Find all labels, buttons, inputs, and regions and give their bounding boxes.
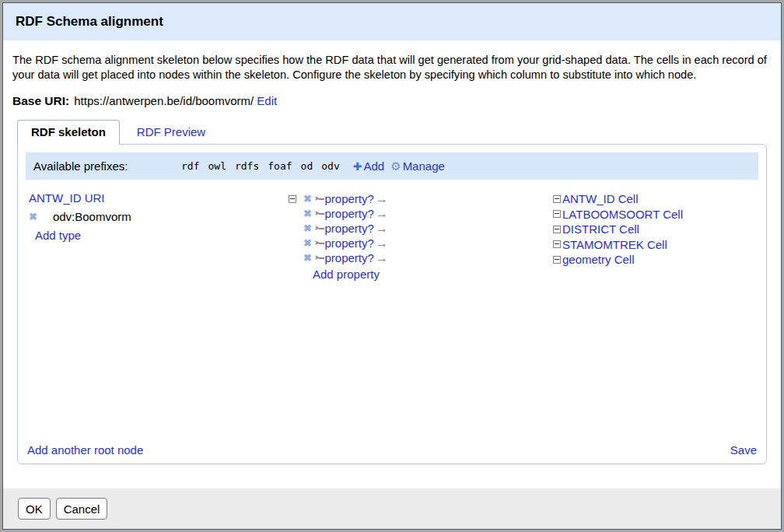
save-link[interactable]: Save	[730, 443, 757, 457]
prefix-item: odv	[321, 160, 339, 172]
prefix-item: rdfs	[235, 160, 259, 172]
description-text: The RDF schema alignment skeleton below …	[12, 53, 772, 82]
collapse-box-minus-icon[interactable]	[553, 240, 561, 248]
base-uri-value: https://antwerpen.be/id/boomvorm/	[74, 94, 254, 107]
property-row: ✖ ➤ property? →	[289, 236, 553, 250]
arrow-dash	[319, 257, 324, 259]
base-uri-row: Base URI:https://antwerpen.be/id/boomvor…	[12, 94, 772, 108]
cell-node-link[interactable]: LATBOOMSOORT Cell	[562, 208, 683, 221]
prefix-item: foaf	[268, 160, 292, 172]
dialog-frame: RDF Schema alignment The RDF schema alig…	[0, 0, 784, 532]
base-uri-label: Base URI:	[12, 94, 69, 107]
skeleton-tree: ANTW_ID URI ✖ odv:Boomvorm Add type ✖ ➤ …	[27, 191, 758, 281]
root-type-label: odv:Boomvorm	[53, 210, 131, 223]
root-type-row: ✖ odv:Boomvorm	[29, 210, 289, 223]
prefix-item: owl	[208, 160, 226, 172]
prefix-item: od	[301, 160, 313, 172]
property-row: ✖ ➤ property? →	[289, 206, 553, 221]
dialog-title: RDF Schema alignment	[16, 14, 163, 30]
properties-column: ✖ ➤ property? → ✖ ➤ property? →	[289, 191, 553, 281]
collapse-box-minus-icon[interactable]	[553, 226, 561, 233]
property-link[interactable]: property?	[324, 192, 373, 205]
tab-bar: RDF skeleton RDF Preview	[17, 120, 773, 144]
collapse-box-minus-icon[interactable]	[553, 210, 561, 218]
prefix-item: rdf	[181, 160, 199, 172]
add-root-node-link[interactable]: Add another root node	[27, 443, 143, 457]
property-row: ✖ ➤ property? →	[289, 221, 553, 236]
cell-node-row: STAMOMTREK Cell	[553, 237, 758, 253]
dialog-titlebar: RDF Schema alignment	[3, 3, 781, 40]
rdf-skeleton-panel: Available prefixes: rdf owl rdfs foaf od…	[17, 144, 767, 464]
arrow-dash	[319, 228, 324, 229]
plus-icon: ✚	[353, 160, 362, 173]
collapse-box-minus-icon[interactable]	[553, 256, 561, 264]
property-row: ✖ ➤ property? →	[289, 191, 553, 206]
cancel-button[interactable]: Cancel	[56, 498, 108, 520]
delete-property-x-icon[interactable]: ✖	[303, 223, 312, 233]
delete-property-x-icon[interactable]: ✖	[303, 194, 312, 204]
root-node-link[interactable]: ANTW_ID URI	[29, 191, 105, 205]
add-prefix-label: Add	[363, 159, 384, 173]
cell-node-link[interactable]: ANTW_ID Cell	[562, 192, 639, 205]
arrow-head-icon: →	[376, 193, 388, 205]
property-row: ✖ ➤ property? →	[289, 250, 553, 265]
property-link[interactable]: property?	[324, 222, 373, 235]
available-prefixes-label: Available prefixes:	[33, 159, 181, 173]
cell-nodes-column: ANTW_ID Cell LATBOOMSOORT Cell DISTRICT …	[553, 191, 758, 281]
cell-node-link[interactable]: STAMOMTREK Cell	[562, 238, 667, 251]
tab-rdf-skeleton[interactable]: RDF skeleton	[17, 120, 120, 145]
rdf-schema-dialog: RDF Schema alignment The RDF schema alig…	[3, 3, 781, 529]
collapse-box-minus-icon[interactable]	[289, 195, 296, 203]
arrow-head-icon: →	[376, 237, 388, 250]
add-property-link[interactable]: Add property	[313, 268, 380, 281]
collapse-box-minus-icon[interactable]	[553, 195, 561, 203]
cell-node-row: geometry Cell	[553, 252, 758, 268]
edit-base-uri-link[interactable]: Edit	[257, 94, 277, 107]
root-node-column: ANTW_ID URI ✖ odv:Boomvorm Add type	[27, 191, 289, 281]
cell-node-row: LATBOOMSOORT Cell	[553, 207, 758, 222]
cell-node-row: ANTW_ID Cell	[553, 191, 758, 207]
manage-prefixes-label: Manage	[403, 159, 445, 173]
cell-node-row: DISTRICT Cell	[553, 222, 758, 237]
gear-icon: ⚙	[390, 159, 401, 173]
delete-property-x-icon[interactable]: ✖	[303, 253, 312, 263]
delete-property-x-icon[interactable]: ✖	[303, 238, 312, 248]
property-link[interactable]: property?	[324, 251, 373, 264]
arrow-head-icon: →	[376, 208, 388, 220]
manage-prefixes-link[interactable]: ⚙Manage	[390, 159, 445, 173]
delete-property-x-icon[interactable]: ✖	[303, 208, 312, 219]
cell-node-link[interactable]: DISTRICT Cell	[562, 222, 639, 236]
add-prefix-link[interactable]: ✚Add	[353, 159, 384, 173]
delete-type-x-icon[interactable]: ✖	[29, 212, 37, 222]
ok-button[interactable]: OK	[18, 498, 51, 520]
available-prefixes-bar: Available prefixes: rdf owl rdfs foaf od…	[26, 152, 758, 180]
property-link[interactable]: property?	[324, 236, 373, 250]
arrow-dash	[319, 243, 324, 244]
tab-rdf-preview[interactable]: RDF Preview	[120, 121, 222, 144]
add-type-link[interactable]: Add type	[35, 229, 81, 242]
arrow-head-icon: →	[376, 252, 388, 264]
cell-node-link[interactable]: geometry Cell	[562, 253, 635, 266]
property-link[interactable]: property?	[324, 207, 373, 220]
arrow-dash	[319, 213, 324, 215]
dialog-footer: OK Cancel	[3, 488, 781, 529]
arrow-dash	[319, 198, 324, 200]
arrow-head-icon: →	[376, 222, 388, 235]
dialog-body: The RDF schema alignment skeleton below …	[3, 40, 781, 488]
